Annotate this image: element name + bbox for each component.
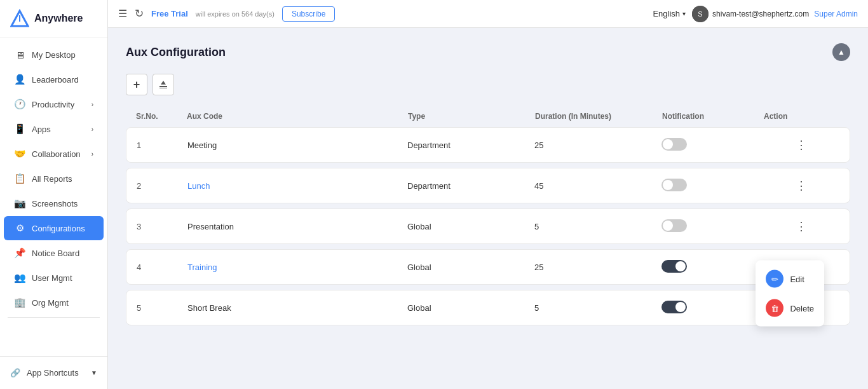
- cell-aux-code: Short Break: [187, 303, 407, 313]
- sidebar-label: Productivity: [32, 100, 85, 109]
- collaboration-icon: 🤝: [14, 148, 25, 160]
- main-content: ☰ ↻ Free Trial will expires on 564 day(s…: [108, 0, 868, 389]
- chevron-right-icon: ›: [92, 126, 93, 133]
- cell-aux-code[interactable]: Training: [187, 263, 407, 272]
- sidebar-item-user-mgmt[interactable]: 👥 User Mgmt: [4, 266, 104, 290]
- add-button[interactable]: +: [126, 74, 147, 95]
- cell-srno: 1: [137, 140, 187, 150]
- cell-duration: 45: [534, 181, 661, 191]
- user-info: S shivam-test@shephertz.com Super Admin: [692, 6, 858, 22]
- sidebar-item-apps[interactable]: 📱 Apps ›: [4, 117, 104, 141]
- cell-duration: 5: [534, 222, 661, 231]
- logo: Anywhere: [0, 0, 107, 38]
- logo-text: Anywhere: [34, 13, 83, 24]
- cell-aux-code: Presentation: [187, 222, 407, 231]
- topbar-left: ☰ ↻ Free Trial will expires on 564 day(s…: [118, 6, 645, 22]
- page-header: Aux Configuration ▲: [126, 43, 850, 61]
- action-menu-button[interactable]: ⋮: [763, 177, 839, 194]
- app-shortcuts[interactable]: 🔗 App Shortcuts ▼: [10, 363, 97, 383]
- cell-notification[interactable]: [661, 260, 763, 275]
- svg-text:S: S: [698, 10, 702, 18]
- header-action: Action: [764, 112, 840, 121]
- sidebar-item-leaderboard[interactable]: 👤 Leaderboard: [4, 67, 104, 92]
- cell-type: Global: [407, 263, 534, 272]
- super-admin-label: Super Admin: [814, 10, 858, 18]
- notification-toggle[interactable]: [661, 301, 687, 313]
- leaderboard-icon: 👤: [14, 74, 25, 85]
- cell-srno: 4: [137, 263, 187, 272]
- notification-toggle[interactable]: [661, 138, 687, 151]
- productivity-icon: 🕐: [14, 99, 25, 110]
- cell-notification[interactable]: [661, 219, 763, 234]
- sidebar-label: All Reports: [32, 174, 93, 184]
- action-menu-button[interactable]: ⋮: [763, 218, 839, 235]
- sidebar-divider: [8, 317, 100, 318]
- notification-toggle[interactable]: [661, 179, 687, 191]
- chevron-right-icon: ›: [92, 101, 93, 108]
- cell-notification[interactable]: [661, 179, 763, 193]
- sidebar-item-configurations[interactable]: ⚙ Configurations: [4, 216, 104, 240]
- sidebar-item-my-desktop[interactable]: 🖥 My Desktop: [4, 43, 104, 67]
- header-aux-code: Aux Code: [187, 112, 408, 121]
- delete-menu-item[interactable]: 🗑 Delete: [756, 294, 824, 323]
- import-button[interactable]: [153, 74, 174, 95]
- cell-type: Global: [407, 222, 534, 231]
- cell-aux-code: Meeting: [187, 140, 407, 150]
- sidebar-item-org-mgmt[interactable]: 🏢 Org Mgmt: [4, 290, 104, 315]
- delete-icon: 🗑: [766, 299, 783, 317]
- cell-action: ⋮: [763, 218, 839, 235]
- cell-action: ⋮: [763, 177, 839, 194]
- edit-label: Edit: [790, 274, 804, 283]
- user-mgmt-icon: 👥: [14, 272, 25, 283]
- table-row: 5 Short Break Global 5 ⋮: [126, 290, 850, 325]
- cell-type: Global: [407, 303, 534, 313]
- chevron-down-icon: ▼: [91, 369, 97, 376]
- data-table: Sr.No. Aux Code Type Duration (In Minute…: [126, 108, 850, 325]
- apps-icon: 📱: [14, 123, 25, 135]
- svg-rect-5: [159, 88, 167, 88]
- configurations-icon: ⚙: [14, 222, 25, 234]
- table-row: 1 Meeting Department 25 ⋮: [126, 127, 850, 163]
- cell-notification[interactable]: [661, 138, 763, 153]
- org-mgmt-icon: 🏢: [14, 297, 25, 308]
- table-row: 4 Training Global 25 ⋮ ✏ Edit 🗑: [126, 249, 850, 285]
- user-avatar: S: [692, 6, 709, 22]
- scroll-top-button[interactable]: ▲: [832, 43, 850, 61]
- user-email: shivam-test@shephertz.com: [712, 10, 809, 18]
- header-srno: Sr.No.: [136, 112, 187, 121]
- cell-srno: 5: [137, 303, 187, 313]
- sidebar-label: My Desktop: [32, 50, 93, 60]
- action-menu-button[interactable]: ⋮: [763, 137, 839, 153]
- sidebar-item-all-reports[interactable]: 📋 All Reports: [4, 167, 104, 191]
- sidebar-label: Apps: [32, 125, 85, 134]
- app-shortcuts-label: App Shortcuts: [27, 368, 79, 378]
- subscribe-button[interactable]: Subscribe: [282, 6, 335, 22]
- logo-icon: [10, 9, 29, 28]
- sidebar-label: User Mgmt: [32, 273, 93, 283]
- page-content: Aux Configuration ▲ + Sr.No. Aux Code Ty…: [108, 28, 868, 389]
- header-type: Type: [408, 112, 535, 121]
- cell-type: Department: [407, 181, 534, 191]
- notification-toggle[interactable]: [661, 219, 687, 232]
- cell-notification[interactable]: [661, 301, 763, 315]
- sidebar-item-collaboration[interactable]: 🤝 Collaboration ›: [4, 142, 104, 166]
- notification-toggle[interactable]: [661, 260, 687, 273]
- desktop-icon: 🖥: [14, 50, 25, 60]
- sidebar-item-productivity[interactable]: 🕐 Productivity ›: [4, 92, 104, 116]
- edit-menu-item[interactable]: ✏ Edit: [756, 264, 824, 294]
- app-shortcuts-icon: 🔗: [10, 368, 20, 378]
- screenshots-icon: 📷: [14, 198, 25, 209]
- sidebar-item-screenshots[interactable]: 📷 Screenshots: [4, 191, 104, 215]
- sidebar-nav: 🖥 My Desktop 👤 Leaderboard 🕐 Productivit…: [0, 38, 107, 356]
- free-trial-sub: will expires on 564 day(s): [196, 10, 275, 18]
- menu-icon[interactable]: ☰: [118, 8, 127, 20]
- sidebar-item-notice-board[interactable]: 📌 Notice Board: [4, 241, 104, 265]
- cell-aux-code[interactable]: Lunch: [187, 181, 407, 191]
- cell-duration: 5: [534, 303, 661, 313]
- cell-type: Department: [407, 140, 534, 150]
- language-selector[interactable]: English ▾: [653, 9, 686, 18]
- topbar: ☰ ↻ Free Trial will expires on 564 day(s…: [108, 0, 868, 28]
- refresh-icon[interactable]: ↻: [135, 7, 144, 20]
- sidebar-footer[interactable]: 🔗 App Shortcuts ▼: [0, 356, 107, 389]
- cell-srno: 3: [137, 222, 187, 231]
